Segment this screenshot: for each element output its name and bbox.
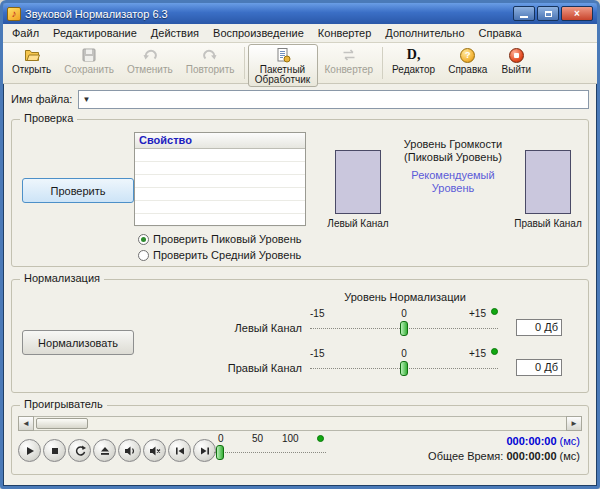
client-area: Имя файла: ▼ Проверка Проверить Свойство xyxy=(3,84,597,486)
repeat-button[interactable] xyxy=(68,439,91,462)
scale-min-label: -15 xyxy=(310,308,324,319)
check-group-title: Проверка xyxy=(20,112,77,124)
maximize-button[interactable] xyxy=(537,6,559,21)
editor-icon: D, xyxy=(407,47,421,63)
radio-check-average-label: Проверить Средний Уровень xyxy=(153,249,301,261)
stop-button[interactable] xyxy=(43,439,66,462)
normalize-group: Нормализация Нормализовать Уровень Норма… xyxy=(11,279,589,393)
recommended-level-link[interactable]: Рекомендуемый xyxy=(394,169,512,182)
editor-button-label: Редактор xyxy=(392,65,435,75)
titlebar[interactable]: ♪ Звуковой Нормализатор 6.3 × xyxy=(3,3,597,24)
exit-button[interactable]: Выйти xyxy=(494,44,538,77)
current-time-unit: (мс) xyxy=(560,435,580,447)
radio-check-average[interactable]: Проверить Средний Уровень xyxy=(138,247,302,263)
radio-check-peak[interactable]: Проверить Пиковый Уровень xyxy=(138,231,302,247)
left-slider-track[interactable] xyxy=(310,321,498,337)
help-button[interactable]: ? Справка xyxy=(442,44,493,77)
right-level-value[interactable]: 0 Дб xyxy=(516,359,562,376)
menu-actions[interactable]: Действия xyxy=(144,25,206,41)
green-indicator-dot xyxy=(491,308,498,315)
total-time-value: 000:00:00 xyxy=(506,450,556,462)
green-indicator-dot xyxy=(317,435,324,442)
property-table-header[interactable]: Свойство xyxy=(135,133,305,149)
menu-help[interactable]: Справка xyxy=(472,25,529,41)
volume-slider-track[interactable] xyxy=(214,445,326,460)
menu-extra[interactable]: Дополнительно xyxy=(378,25,471,41)
open-folder-icon xyxy=(24,47,40,63)
converter-button[interactable]: Конвертер xyxy=(319,44,380,77)
batch-processor-button[interactable]: Пакетный Обработчик xyxy=(248,44,318,87)
open-button[interactable]: Открыть xyxy=(6,44,57,77)
eject-button[interactable] xyxy=(93,439,116,462)
next-track-icon xyxy=(199,445,211,457)
table-row[interactable] xyxy=(135,175,305,188)
scale-0-label: 0 xyxy=(218,433,224,444)
filename-combobox[interactable]: ▼ xyxy=(78,90,589,109)
table-row[interactable] xyxy=(135,188,305,201)
left-level-value[interactable]: 0 Дб xyxy=(516,319,562,336)
scroll-right-arrow[interactable]: ► xyxy=(566,416,582,431)
menubar: Файл Редактирование Действия Воспроизвед… xyxy=(3,24,597,43)
redo-button-label: Повторить xyxy=(186,65,235,75)
recommended-level-link-line2[interactable]: Уровень xyxy=(394,182,512,195)
scale-min-label: -15 xyxy=(310,348,324,359)
scroll-left-arrow[interactable]: ◄ xyxy=(18,416,34,431)
scrollbar-thumb[interactable] xyxy=(36,418,88,429)
maximize-icon xyxy=(545,11,552,17)
left-slider-thumb[interactable] xyxy=(400,321,408,336)
left-slider-scale: -15 0 +15 xyxy=(310,308,498,321)
previous-track-button[interactable] xyxy=(168,439,191,462)
batch-processor-button-label: Пакетный Обработчик xyxy=(254,65,312,85)
right-channel-slider-label: Правый Канал xyxy=(222,362,302,374)
volume-slider-thumb[interactable] xyxy=(216,445,224,460)
exit-icon xyxy=(509,47,524,63)
play-button[interactable] xyxy=(18,439,41,462)
menu-converter[interactable]: Конвертер xyxy=(311,25,378,41)
redo-icon xyxy=(202,47,218,63)
table-row[interactable] xyxy=(135,149,305,162)
next-track-button[interactable] xyxy=(193,439,216,462)
volume-title-line2: (Пиковый Уровень) xyxy=(394,151,512,164)
right-slider-scale: -15 0 +15 xyxy=(310,348,498,361)
right-slider-track[interactable] xyxy=(310,361,498,377)
save-button[interactable]: Сохранить xyxy=(58,44,120,77)
right-channel-slider[interactable]: -15 0 +15 xyxy=(310,348,498,377)
volume-slider[interactable]: 0 50 100 xyxy=(214,433,326,460)
table-row[interactable] xyxy=(135,162,305,175)
total-time-label: Общее Время: xyxy=(428,450,503,462)
converter-button-label: Конвертер xyxy=(325,65,374,75)
repeat-icon xyxy=(74,445,86,457)
editor-button[interactable]: D, Редактор xyxy=(386,44,441,77)
volume-icon xyxy=(124,445,136,457)
left-channel-slider-label: Левый Канал xyxy=(222,322,302,334)
redo-button[interactable]: Повторить xyxy=(180,44,241,77)
normalize-group-title: Нормализация xyxy=(20,272,104,284)
menu-playback[interactable]: Воспроизведение xyxy=(206,25,311,41)
minimize-button[interactable] xyxy=(513,6,535,21)
stop-icon xyxy=(49,445,61,457)
undo-button[interactable]: Отменить xyxy=(121,44,179,77)
right-channel-column: Правый Канал xyxy=(512,130,584,260)
check-button[interactable]: Проверить xyxy=(22,178,134,203)
left-channel-label: Левый Канал xyxy=(327,218,388,229)
table-row[interactable] xyxy=(135,201,305,214)
left-channel-slider-row: Левый Канал -15 0 +15 0 Дб xyxy=(222,308,562,344)
menu-file[interactable]: Файл xyxy=(5,25,46,41)
toolbar-separator xyxy=(244,47,245,79)
eject-icon xyxy=(99,445,111,457)
normalize-button[interactable]: Нормализовать xyxy=(22,330,134,355)
right-slider-thumb[interactable] xyxy=(400,361,408,376)
save-button-label: Сохранить xyxy=(64,65,114,75)
mute-button[interactable] xyxy=(143,439,166,462)
menu-edit[interactable]: Редактирование xyxy=(46,25,144,41)
left-channel-slider[interactable]: -15 0 +15 xyxy=(310,308,498,337)
close-button[interactable]: × xyxy=(561,6,593,21)
dropdown-arrow-icon[interactable]: ▼ xyxy=(82,95,90,104)
volume-button[interactable] xyxy=(118,439,141,462)
current-time-line: 000:00:00 (мс) xyxy=(428,434,580,449)
scrollbar-track[interactable] xyxy=(34,416,566,431)
property-table[interactable]: Свойство xyxy=(134,132,306,226)
seek-scrollbar[interactable]: ◄ ► xyxy=(18,416,582,431)
player-group: Проигрыватель ◄ ► xyxy=(11,405,589,475)
table-row[interactable] xyxy=(135,214,305,227)
